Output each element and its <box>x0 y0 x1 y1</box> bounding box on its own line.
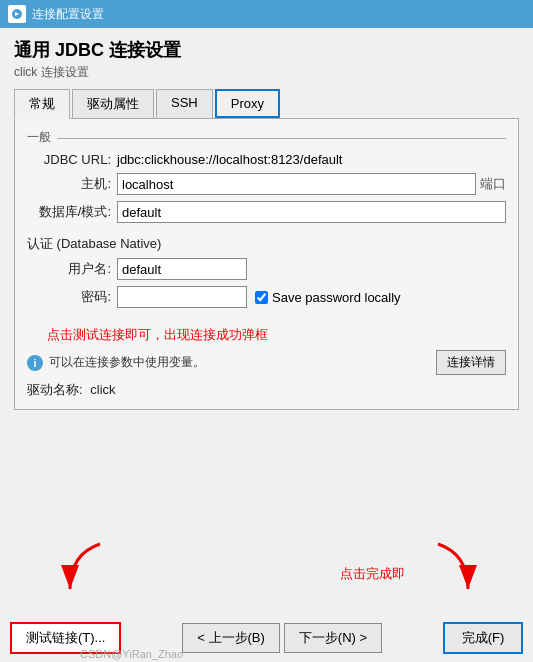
app-icon <box>8 5 26 23</box>
auth-section: 认证 (Database Native) 用户名: 密码: Save passw… <box>27 229 506 320</box>
tab-general[interactable]: 常规 <box>14 89 70 119</box>
driver-value: click <box>90 382 115 397</box>
auth-title: 认证 (Database Native) <box>27 235 506 253</box>
settings-panel: 一般 JDBC URL: jdbc:clickhouse://localhost… <box>14 119 519 410</box>
username-row: 用户名: <box>27 258 506 280</box>
username-input[interactable] <box>117 258 247 280</box>
host-label: 主机: <box>27 175 117 193</box>
finish-button[interactable]: 完成(F) <box>443 622 523 654</box>
annotation-text-2: 点击完成即 <box>340 565 405 583</box>
dialog-container: 通用 JDBC 连接设置 click 连接设置 常规 驱动属性 SSH Prox… <box>0 28 533 428</box>
save-password-row: Save password locally <box>255 290 401 305</box>
db-input[interactable] <box>117 201 506 223</box>
host-row: 主机: 端口 <box>27 173 506 195</box>
port-label: 端口 <box>480 175 506 193</box>
info-icon: i <box>27 355 43 371</box>
save-password-label: Save password locally <box>272 290 401 305</box>
section-general: 一般 <box>27 129 506 146</box>
test-connection-button[interactable]: 测试链接(T)... <box>10 622 121 654</box>
dialog-subtitle: click 连接设置 <box>14 64 519 81</box>
db-row: 数据库/模式: <box>27 201 506 223</box>
username-label: 用户名: <box>27 260 117 278</box>
db-label: 数据库/模式: <box>27 203 117 221</box>
connection-detail-button[interactable]: 连接详情 <box>436 350 506 375</box>
driver-row: 驱动名称: click <box>27 381 506 399</box>
jdbc-label: JDBC URL: <box>27 152 117 167</box>
top-bar: 连接配置设置 <box>0 0 533 28</box>
jdbc-url-row: JDBC URL: jdbc:clickhouse://localhost:81… <box>27 152 506 167</box>
dialog-title: 通用 JDBC 连接设置 <box>14 38 519 62</box>
tab-ssh[interactable]: SSH <box>156 89 213 118</box>
info-row: i 可以在连接参数中使用变量。 连接详情 <box>27 350 506 375</box>
tab-driver[interactable]: 驱动属性 <box>72 89 154 118</box>
password-input[interactable] <box>117 286 247 308</box>
host-input[interactable] <box>117 173 476 195</box>
password-row: 密码: Save password locally <box>27 286 506 308</box>
tab-proxy[interactable]: Proxy <box>215 89 280 118</box>
bottom-area: 测试链接(T)... < 上一步(B) 下一步(N) > 完成(F) <box>0 614 533 662</box>
next-button[interactable]: 下一步(N) > <box>284 623 382 653</box>
info-text: 可以在连接参数中使用变量。 <box>49 354 205 371</box>
annotation-text-1: 点击测试连接即可，出现连接成功弹框 <box>47 326 506 344</box>
top-bar-title: 连接配置设置 <box>32 6 104 23</box>
jdbc-value: jdbc:clickhouse://localhost:8123/default <box>117 152 342 167</box>
nav-buttons: < 上一步(B) 下一步(N) > <box>182 623 382 653</box>
password-label: 密码: <box>27 288 117 306</box>
driver-label: 驱动名称: <box>27 382 83 397</box>
save-password-checkbox[interactable] <box>255 291 268 304</box>
buttons-row: 测试链接(T)... < 上一步(B) 下一步(N) > 完成(F) <box>10 622 523 654</box>
back-button[interactable]: < 上一步(B) <box>182 623 280 653</box>
tab-bar: 常规 驱动属性 SSH Proxy <box>14 89 519 119</box>
